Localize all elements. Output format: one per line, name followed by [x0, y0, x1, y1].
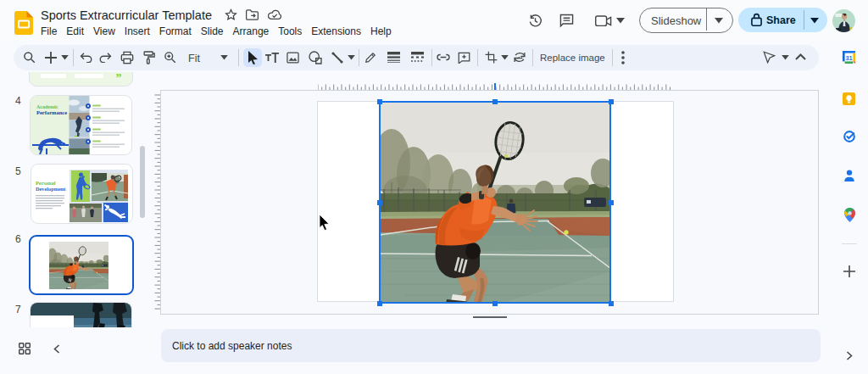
- svg-text:Performance: Performance: [36, 109, 67, 115]
- svg-text:”: ”: [116, 72, 122, 84]
- svg-text:Personal: Personal: [36, 180, 56, 186]
- svg-text:Development: Development: [36, 186, 66, 192]
- svg-text:31: 31: [845, 54, 852, 62]
